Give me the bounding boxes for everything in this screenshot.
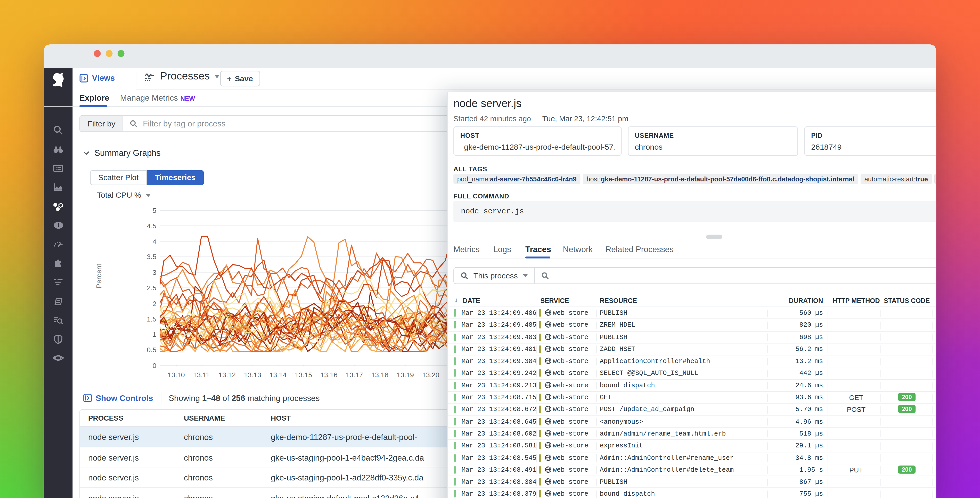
col-status-code[interactable]: STATUS CODE (881, 297, 932, 304)
trace-service: web-store (553, 309, 589, 317)
globe-icon (545, 418, 552, 425)
trace-status-bar (454, 418, 456, 425)
globe-icon (545, 394, 552, 401)
cell: gke-us-staging-pool-1-ad228df0-335y.c.da (271, 473, 423, 482)
more-tags-pill[interactable]: +44 (934, 174, 936, 184)
tag-pill[interactable]: pod_name:ad-server-7b554c46c6-lr4n9 (453, 174, 580, 184)
tab-explore[interactable]: Explore (80, 93, 109, 102)
notebooks-icon[interactable] (44, 292, 73, 311)
tab-logs[interactable]: Logs (493, 244, 511, 254)
trace-date: Mar 23 13:24:08.545 (461, 454, 536, 461)
show-controls-icon (83, 394, 92, 402)
globe-icon (545, 369, 552, 377)
trace-row[interactable]: Mar 23 13:24:08.645web-store<anonymous>4… (448, 416, 936, 428)
trace-row[interactable]: Mar 23 13:24:08.715web-storeGET93.6 msGE… (448, 392, 936, 404)
integrations-puzzle-icon[interactable] (44, 254, 73, 273)
trace-scope-select[interactable]: This process (454, 268, 535, 284)
watchdog-binoculars-icon[interactable] (44, 140, 73, 159)
scatter-plot-button[interactable]: Scatter Plot (90, 170, 147, 185)
tab-traces[interactable]: Traces (525, 244, 551, 254)
apm-stream-icon[interactable] (44, 273, 73, 292)
summary-graphs-header[interactable]: Summary Graphs (83, 148, 161, 158)
maximize-window-light[interactable] (118, 50, 124, 57)
active-tab-underline (80, 105, 107, 107)
globe-icon (545, 358, 552, 364)
col-resource[interactable]: RESOURCE (600, 297, 637, 304)
trace-row[interactable]: Mar 23 13:24:08.491web-storeAdmin::Admin… (448, 464, 936, 476)
sort-arrow-icon[interactable]: ↓ (455, 296, 458, 303)
tab-network[interactable]: Network (563, 244, 593, 254)
metrics-gauge-icon[interactable] (44, 235, 73, 254)
trace-resource: expressInit (600, 442, 643, 450)
cpu-timeseries-chart[interactable]: Percent 54.543.532.521.510.50 13:1013:11… (94, 207, 447, 313)
globe-icon (545, 454, 552, 461)
search-icon[interactable] (44, 121, 73, 140)
trace-row[interactable]: Mar 23 13:24:08.672web-storePOST /update… (448, 404, 936, 416)
trace-row[interactable]: Mar 23 13:24:09.486web-storePUBLISH560 µ… (448, 307, 936, 319)
trace-row[interactable]: Mar 23 13:24:08.379web-storebound dispat… (448, 488, 936, 498)
tag-pill[interactable]: host:gke-demo-11287-us-prod-e-default-po… (583, 174, 858, 184)
minimize-window-light[interactable] (106, 50, 113, 57)
panel-drag-handle[interactable] (706, 235, 722, 239)
trace-duration: 24.6 ms (795, 381, 823, 389)
col-duration[interactable]: DURATION (789, 297, 823, 304)
security-shield-icon[interactable] (44, 330, 73, 349)
window-titlebar[interactable] (44, 45, 936, 68)
trace-status-bar (454, 454, 456, 461)
globe-icon (545, 430, 552, 437)
timeseries-button[interactable]: Timeseries (147, 170, 204, 185)
cell: gke-us-staging-pool-1-e4bacf94-2gea.c.da (271, 453, 424, 462)
pid-card-label: PID (811, 131, 936, 139)
trace-date: Mar 23 13:24:09.242 (461, 369, 536, 377)
tab-manage-metrics[interactable]: Manage MetricsNEW (120, 93, 195, 102)
service-color-bar (539, 369, 541, 377)
show-controls-button[interactable]: Show Controls (83, 393, 153, 402)
cell: node server.js (88, 453, 139, 462)
trace-status-bar (454, 369, 456, 377)
trace-row[interactable]: Mar 23 13:24:09.483web-storePUBLISH698 µ… (448, 331, 936, 343)
trace-row[interactable]: Mar 23 13:24:08.545web-storeAdmin::Admin… (448, 452, 936, 464)
trace-row[interactable]: Mar 23 13:24:09.485web-storeZREM HDEL820… (448, 319, 936, 331)
network-globe-icon[interactable] (44, 349, 73, 367)
logs-search-icon[interactable] (44, 311, 73, 330)
trace-service: web-store (553, 394, 589, 401)
service-color-bar (539, 321, 541, 329)
col-host[interactable]: HOST (271, 414, 291, 421)
app-window: ! Views Processes + (44, 45, 936, 498)
trace-row[interactable]: Mar 23 13:24:09.242web-storeSELECT @@SQL… (448, 368, 936, 380)
col-date[interactable]: DATE (463, 297, 480, 304)
trace-row[interactable]: Mar 23 13:24:09.481web-storeZADD HSET56.… (448, 343, 936, 356)
trace-row[interactable]: Mar 23 13:24:08.602web-storeadmin/admin/… (448, 428, 936, 440)
tab-metrics[interactable]: Metrics (453, 244, 480, 254)
col-service[interactable]: SERVICE (540, 297, 569, 304)
metrics-chart-icon[interactable] (44, 178, 73, 196)
trace-date: Mar 23 13:24:09.213 (461, 381, 536, 389)
trace-row[interactable]: Mar 23 13:24:09.213web-storebound dispat… (448, 380, 936, 392)
trace-date: Mar 23 13:24:08.491 (461, 466, 536, 474)
metric-selector[interactable]: Total CPU % (97, 191, 151, 200)
trace-row[interactable]: Mar 23 13:24:09.384web-storeApplicationC… (448, 356, 936, 368)
col-username[interactable]: USERNAME (184, 414, 225, 421)
trace-row[interactable]: Mar 23 13:24:08.384web-storePUBLISH867 µ… (448, 476, 936, 488)
trace-search-input[interactable] (535, 271, 555, 280)
trace-status-code: 200 (881, 405, 932, 413)
dashboards-icon[interactable] (44, 159, 73, 178)
datadog-logo-icon[interactable] (44, 71, 73, 89)
tab-related-processes[interactable]: Related Processes (605, 244, 674, 254)
save-button[interactable]: + Save (220, 71, 260, 86)
page-title-chevron-icon[interactable] (215, 75, 220, 78)
trace-status-bar (454, 490, 456, 498)
infrastructure-hexagons-icon[interactable] (44, 197, 73, 216)
trace-status-bar (454, 442, 456, 450)
tag-pill[interactable]: automatic-restart:true (861, 174, 932, 184)
col-process[interactable]: PROCESS (88, 414, 123, 421)
monitors-alert-icon[interactable]: ! (44, 216, 73, 235)
close-window-light[interactable] (94, 50, 101, 57)
host-card-value[interactable]: gke-demo-11287-us-prod-e-default-pool-57… (460, 143, 615, 152)
views-button[interactable]: Views (80, 73, 115, 83)
col-http-method[interactable]: HTTP METHOD (831, 297, 881, 304)
trace-row[interactable]: Mar 23 13:24:08.581web-storeexpressInit2… (448, 440, 936, 452)
collapse-chevron-icon (83, 151, 89, 155)
trace-service: web-store (553, 405, 589, 413)
trace-service: web-store (553, 418, 589, 425)
